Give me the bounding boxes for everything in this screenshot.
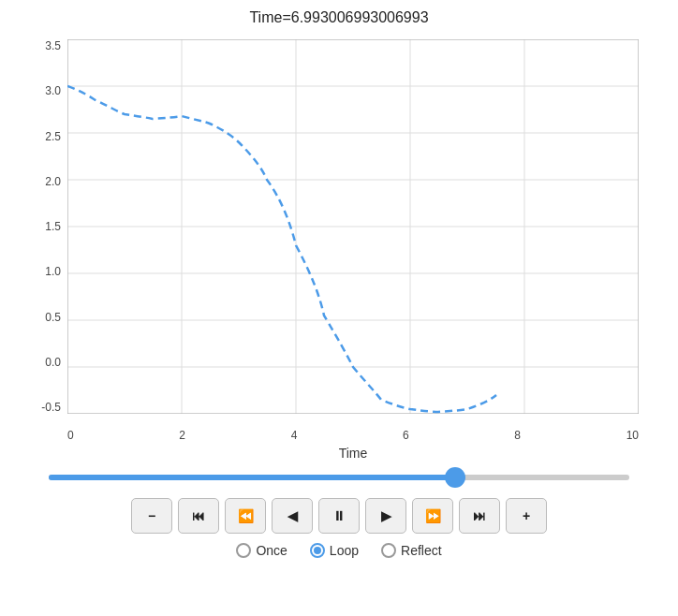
y-axis-labels: 3.5 3.0 2.5 2.0 1.5 1.0 0.5 0.0 -0.5	[21, 39, 66, 414]
radio-loop[interactable]: Loop	[310, 543, 359, 558]
slider-container[interactable]	[49, 466, 629, 489]
radio-reflect-circle	[381, 543, 396, 558]
radio-loop-label: Loop	[330, 543, 359, 558]
radio-reflect-label: Reflect	[401, 543, 442, 558]
minus-button[interactable]: −	[131, 498, 172, 534]
plot-svg	[67, 39, 639, 414]
play-button[interactable]: ▶	[365, 498, 406, 534]
skip-end-button[interactable]: ⏭	[459, 498, 500, 534]
rewind-button[interactable]: ◀	[272, 498, 313, 534]
buttons-row: − ⏮ ⏪ ◀ ⏸ ▶ ⏩ ⏭ +	[131, 498, 547, 534]
radio-once-label: Once	[256, 543, 287, 558]
radio-row: Once Loop Reflect	[236, 543, 441, 558]
controls-container: − ⏮ ⏪ ◀ ⏸ ▶ ⏩ ⏭ + Once Loop Reflect	[21, 466, 657, 558]
step-back-button[interactable]: ⏪	[225, 498, 266, 534]
chart-title: Time=6.993006993006993	[249, 9, 428, 26]
slider-fill	[49, 475, 455, 480]
radio-once-circle	[236, 543, 251, 558]
slider-track	[49, 475, 629, 480]
chart-container: 3.5 3.0 2.5 2.0 1.5 1.0 0.5 0.0 -0.5	[21, 30, 657, 461]
radio-reflect[interactable]: Reflect	[381, 543, 442, 558]
radio-loop-circle	[310, 543, 325, 558]
slider-thumb[interactable]	[445, 467, 465, 488]
step-forward-button[interactable]: ⏩	[412, 498, 453, 534]
skip-start-button[interactable]: ⏮	[178, 498, 219, 534]
x-axis-title: Time	[67, 446, 639, 461]
plus-button[interactable]: +	[506, 498, 547, 534]
data-path	[67, 86, 496, 412]
x-axis-labels: 0 2 4 6 8 10	[67, 429, 639, 442]
radio-once[interactable]: Once	[236, 543, 287, 558]
pause-button[interactable]: ⏸	[318, 498, 360, 534]
